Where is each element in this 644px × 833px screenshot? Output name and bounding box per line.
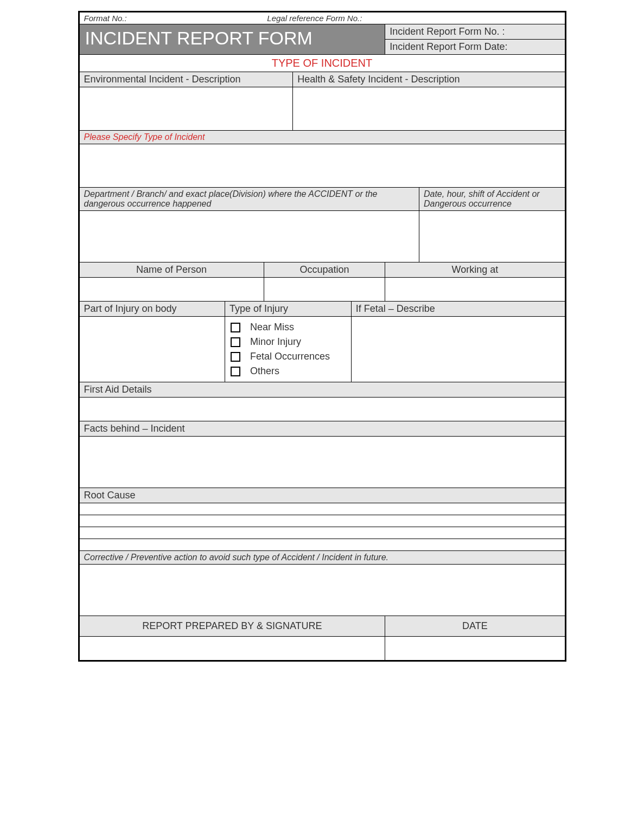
env-incident-input[interactable]: [79, 87, 293, 131]
part-injury-label: Part of Injury on body: [79, 302, 225, 317]
hs-incident-input[interactable]: [293, 87, 565, 131]
root-cause-label: Root Cause: [79, 488, 565, 503]
top-meta-row: Format No.: Legal reference Form No.:: [79, 12, 565, 24]
occupation-label: Occupation: [264, 262, 385, 278]
corrective-label: Corrective / Preventive action to avoid …: [79, 551, 565, 565]
type-injury-options: Near Miss Minor Injury Fetal Occurrences…: [225, 317, 352, 382]
incident-report-form: Format No.: Legal reference Form No.: IN…: [78, 11, 566, 662]
form-title: INCIDENT REPORT FORM: [79, 24, 385, 55]
legal-ref-label: Legal reference Form No.:: [267, 14, 362, 23]
env-incident-label: Environmental Incident - Description: [79, 72, 293, 87]
root-cause-line-4[interactable]: [79, 539, 565, 551]
fetal-label: Fetal Occurrences: [250, 351, 330, 362]
form-date-label: Incident Report Form Date:: [385, 40, 565, 55]
dept-label: Department / Branch/ and exact place(Div…: [79, 188, 419, 211]
working-at-label: Working at: [385, 262, 565, 278]
form-no-label: Incident Report Form No. :: [385, 24, 565, 40]
first-aid-input[interactable]: [79, 398, 565, 421]
near-miss-label: Near Miss: [250, 322, 294, 333]
type-injury-label: Type of Injury: [225, 302, 352, 317]
date-input[interactable]: [385, 637, 565, 661]
specify-type-input[interactable]: [79, 144, 565, 188]
name-input[interactable]: [79, 278, 264, 302]
format-no-label: Format No.:: [84, 14, 265, 23]
facts-label: Facts behind – Incident: [79, 421, 565, 437]
date-shift-label: Date, hour, shift of Accident or Dangero…: [419, 188, 565, 211]
date-label: DATE: [385, 616, 565, 637]
checkbox-near-miss[interactable]: [231, 323, 240, 332]
working-at-input[interactable]: [385, 278, 565, 302]
checkbox-others[interactable]: [231, 367, 240, 376]
name-label: Name of Person: [79, 262, 264, 278]
corrective-input[interactable]: [79, 565, 565, 616]
first-aid-label: First Aid Details: [79, 382, 565, 398]
occupation-input[interactable]: [264, 278, 385, 302]
if-fetal-input[interactable]: [351, 317, 565, 382]
specify-type-label: Please Specify Type of Incident: [79, 131, 565, 144]
type-of-incident-heading: TYPE OF INCIDENT: [79, 55, 565, 72]
root-cause-line-1[interactable]: [79, 503, 565, 515]
minor-injury-label: Minor Injury: [250, 336, 301, 348]
checkbox-fetal[interactable]: [231, 352, 240, 362]
facts-input[interactable]: [79, 437, 565, 488]
prepared-by-label: REPORT PREPARED BY & SIGNATURE: [79, 616, 385, 637]
checkbox-minor-injury[interactable]: [231, 337, 240, 347]
root-cause-line-2[interactable]: [79, 515, 565, 527]
hs-incident-label: Health & Safety Incident - Description: [293, 72, 565, 87]
part-injury-input[interactable]: [79, 317, 225, 382]
dept-input[interactable]: [79, 211, 419, 262]
if-fetal-label: If Fetal – Describe: [351, 302, 565, 317]
root-cause-line-3[interactable]: [79, 527, 565, 539]
date-shift-input[interactable]: [419, 211, 565, 262]
prepared-by-input[interactable]: [79, 637, 385, 661]
others-label: Others: [250, 366, 279, 377]
